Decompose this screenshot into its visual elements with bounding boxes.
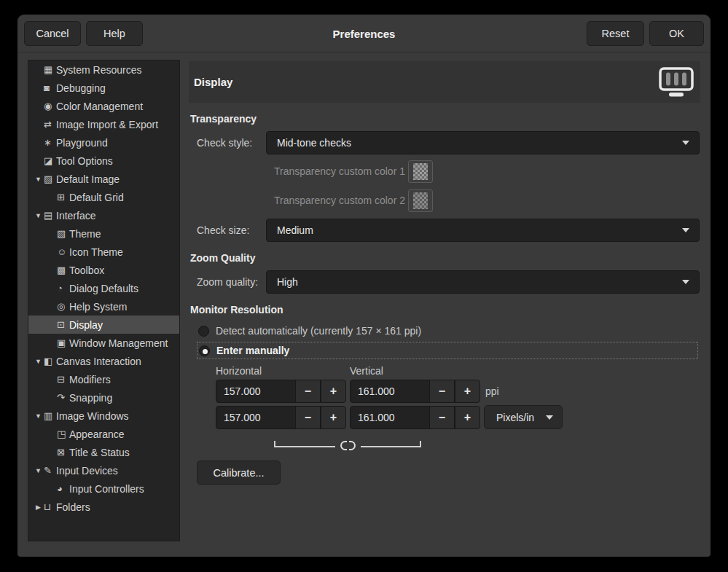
sidebar-item-label: Default Image xyxy=(56,173,120,185)
custom-color2-label: Transparency custom color 2 xyxy=(254,189,405,211)
zoom-quality-label: Zoom quality: xyxy=(197,270,258,294)
sidebar-item-label: Icon Theme xyxy=(69,246,123,258)
check-size-dropdown[interactable]: Medium xyxy=(266,219,700,242)
vertical-resolution-input[interactable] xyxy=(350,406,430,429)
sidebar-item-image-windows[interactable]: ▼▥Image Windows xyxy=(28,407,179,425)
sidebar-item-label: Theme xyxy=(69,228,101,240)
modifiers-icon: ⊟ xyxy=(57,374,69,385)
preferences-dialog: Cancel Help Preferences Reset OK ▦System… xyxy=(17,15,711,557)
horizontal-ppi-input[interactable] xyxy=(216,380,296,403)
folders-icon: ⊔ xyxy=(44,501,56,512)
zoom-quality-dropdown[interactable]: High xyxy=(266,270,700,294)
check-size-label: Check size: xyxy=(197,219,249,242)
sidebar-item-interface[interactable]: ▼▤Interface xyxy=(28,206,179,224)
zoom-quality-section-label: Zoom Quality xyxy=(190,252,255,264)
horizontal-resolution-decrement-button[interactable]: − xyxy=(295,406,321,429)
expander-down-icon[interactable]: ▼ xyxy=(33,412,44,420)
sidebar-item-default-grid[interactable]: ⊞Default Grid xyxy=(28,188,179,206)
sidebar-item-icon-theme[interactable]: ☺Icon Theme xyxy=(28,243,179,261)
sidebar-item-label: Help System xyxy=(69,301,127,313)
vertical-ppi-decrement-button[interactable]: − xyxy=(429,380,455,403)
reset-button[interactable]: Reset xyxy=(587,21,644,46)
sidebar-item-canvas-interaction[interactable]: ▼◧Canvas Interaction xyxy=(28,352,179,370)
display-settings-panel: Display Transparency Check style: Mid-to… xyxy=(189,61,700,542)
sidebar-item-title-status[interactable]: ⊠Title & Status xyxy=(28,443,179,461)
tool-options-icon: ◪ xyxy=(44,155,56,166)
dialog-defaults-icon: ◔ xyxy=(57,283,69,294)
sidebar-item-dialog-defaults[interactable]: ◔Dialog Defaults xyxy=(28,279,179,297)
display-icon: ⊡ xyxy=(57,319,69,330)
sidebar-item-display[interactable]: ⊡Display xyxy=(28,316,179,334)
system-resources-icon: ▦ xyxy=(44,64,56,75)
resolution-unit-dropdown[interactable]: Pixels/in xyxy=(484,405,563,429)
sidebar-item-folders[interactable]: ▶⊔Folders xyxy=(28,498,179,516)
chevron-down-icon xyxy=(682,141,689,145)
sidebar-item-label: Modifiers xyxy=(69,374,111,385)
sidebar-item-debugging[interactable]: ◙Debugging xyxy=(28,79,179,97)
sidebar-item-help-system[interactable]: ◎Help System xyxy=(28,297,179,316)
vertical-resolution-increment-button[interactable]: + xyxy=(455,406,480,429)
chevron-down-icon xyxy=(682,280,689,284)
sidebar-item-label: Display xyxy=(69,319,103,331)
chain-right-bracket xyxy=(361,441,422,447)
sidebar-item-label: System Resources xyxy=(56,64,141,76)
preferences-category-tree: ▦System Resources◙Debugging◉Color Manage… xyxy=(28,60,180,541)
expander-down-icon[interactable]: ▼ xyxy=(33,467,44,474)
horizontal-ppi-decrement-button[interactable]: − xyxy=(295,380,321,403)
sidebar-item-input-devices[interactable]: ▼✎Input Devices xyxy=(28,461,179,479)
detect-automatically-label: Detect automatically (currently 157 × 16… xyxy=(216,325,421,337)
sidebar-item-label: Snapping xyxy=(69,392,112,404)
ok-button[interactable]: OK xyxy=(649,21,704,46)
custom-color1-swatch-button[interactable] xyxy=(408,160,433,183)
horizontal-column-label: Horizontal xyxy=(216,365,262,377)
expander-down-icon[interactable]: ▼ xyxy=(33,212,44,219)
enter-manually-radio[interactable]: Enter manually xyxy=(197,342,698,359)
horizontal-resolution-input[interactable] xyxy=(216,406,296,429)
expander-down-icon[interactable]: ▼ xyxy=(33,176,44,183)
custom-color1-label: Transparency custom color 1 xyxy=(254,160,405,182)
chain-left-bracket xyxy=(274,441,335,447)
horizontal-ppi-increment-button[interactable]: + xyxy=(321,380,346,403)
checkerboard-swatch-icon xyxy=(413,163,428,180)
title-status-icon: ⊠ xyxy=(57,447,69,458)
calibrate-button-label: Calibrate... xyxy=(213,467,264,479)
vertical-ppi-increment-button[interactable]: + xyxy=(455,380,480,403)
horizontal-resolution-increment-button[interactable]: + xyxy=(321,406,346,429)
sidebar-item-color-management[interactable]: ◉Color Management xyxy=(28,97,179,115)
sidebar-item-default-image[interactable]: ▼▨Default Image xyxy=(28,170,179,188)
sidebar-item-input-controllers[interactable]: ◕Input Controllers xyxy=(28,479,179,498)
sidebar-item-label: Window Management xyxy=(69,337,168,349)
expander-right-icon[interactable]: ▶ xyxy=(33,504,44,511)
sidebar-item-label: Folders xyxy=(56,501,90,513)
vertical-column-label: Vertical xyxy=(350,365,383,377)
custom-color2-swatch-button[interactable] xyxy=(408,189,433,212)
canvas-interaction-icon: ◧ xyxy=(44,356,56,367)
calibrate-button[interactable]: Calibrate... xyxy=(197,461,281,485)
vertical-ppi-input[interactable] xyxy=(350,380,430,403)
input-controllers-icon: ◕ xyxy=(57,483,69,494)
sidebar-item-label: Debugging xyxy=(56,82,106,94)
window-management-icon: ▣ xyxy=(57,337,69,348)
playground-icon: ∗ xyxy=(44,137,56,148)
check-style-dropdown[interactable]: Mid-tone checks xyxy=(266,131,700,154)
sidebar-item-modifiers[interactable]: ⊟Modifiers xyxy=(28,370,179,388)
sidebar-item-tool-options[interactable]: ◪Tool Options xyxy=(28,152,179,170)
default-grid-icon: ⊞ xyxy=(57,192,69,203)
sidebar-item-theme[interactable]: ▧Theme xyxy=(28,224,179,243)
sidebar-item-image-import-export[interactable]: ⇄Image Import & Export xyxy=(28,115,179,133)
vertical-resolution-decrement-button[interactable]: − xyxy=(429,406,455,429)
sidebar-item-playground[interactable]: ∗Playground xyxy=(28,133,179,152)
sidebar-item-toolbox[interactable]: ▩Toolbox xyxy=(28,261,179,279)
sidebar-item-system-resources[interactable]: ▦System Resources xyxy=(28,60,179,79)
detect-automatically-radio[interactable]: Detect automatically (currently 157 × 16… xyxy=(197,323,698,339)
resolution-chain-toggle[interactable] xyxy=(274,434,421,447)
sidebar-item-label: Default Grid xyxy=(69,192,124,203)
sidebar-item-window-management[interactable]: ▣Window Management xyxy=(28,334,179,352)
sidebar-item-appearance[interactable]: ◳Appearance xyxy=(28,425,179,443)
sidebar-item-label: Input Devices xyxy=(56,465,118,477)
sidebar-item-snapping[interactable]: ↷Snapping xyxy=(28,388,179,407)
theme-icon: ▧ xyxy=(57,228,69,239)
expander-down-icon[interactable]: ▼ xyxy=(33,358,44,365)
check-style-label: Check style: xyxy=(197,131,252,154)
ok-button-label: OK xyxy=(669,28,684,39)
